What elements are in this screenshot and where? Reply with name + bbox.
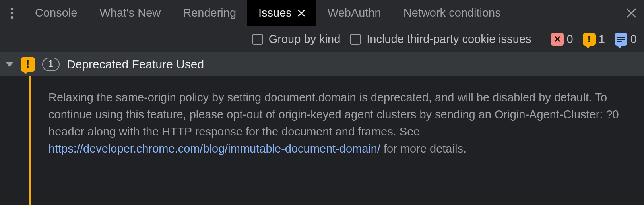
- tab-whats-new[interactable]: What's New: [88, 0, 172, 26]
- toolbar-divider: [541, 32, 541, 46]
- tab-label: Issues: [258, 6, 292, 19]
- info-icon: [615, 33, 627, 46]
- tab-console[interactable]: Console: [24, 0, 88, 26]
- close-icon: [626, 8, 636, 18]
- tab-label: Network conditions: [403, 6, 501, 19]
- info-count[interactable]: 0: [615, 33, 637, 46]
- include-third-party-checkbox[interactable]: Include third-party cookie issues: [350, 33, 531, 46]
- checkbox-icon: [252, 34, 263, 45]
- warning-count[interactable]: ! 1: [583, 33, 605, 46]
- badge-value: 1: [48, 59, 54, 70]
- group-by-kind-checkbox[interactable]: Group by kind: [252, 33, 341, 46]
- tab-label: What's New: [99, 6, 161, 19]
- svg-point-2: [11, 16, 13, 18]
- tab-network-conditions[interactable]: Network conditions: [392, 0, 512, 26]
- svg-point-1: [11, 12, 13, 14]
- more-tabs-button[interactable]: [0, 7, 24, 19]
- tab-issues[interactable]: Issues: [247, 0, 316, 26]
- count-value: 0: [630, 33, 637, 46]
- issue-message-text: Relaxing the same-origin policy by setti…: [48, 91, 619, 138]
- issues-toolbar: Group by kind Include third-party cookie…: [0, 26, 644, 52]
- issue-body: Relaxing the same-origin policy by setti…: [0, 76, 644, 205]
- issue-message-text: for more details.: [380, 142, 466, 155]
- close-icon: [297, 9, 305, 17]
- close-drawer-button[interactable]: [619, 0, 644, 26]
- issue-title: Deprecated Feature Used: [67, 58, 204, 71]
- svg-point-0: [11, 7, 13, 10]
- severity-stripe: [29, 76, 31, 205]
- issue-row-header[interactable]: ! 1 Deprecated Feature Used: [0, 52, 644, 76]
- issue-learn-more-link[interactable]: https://developer.chrome.com/blog/immuta…: [48, 142, 380, 155]
- tab-close-button[interactable]: [297, 9, 305, 17]
- expand-toggle-icon[interactable]: [6, 62, 14, 67]
- drawer-tab-bar: Console What's New Rendering Issues WebA…: [0, 0, 644, 26]
- count-value: 0: [567, 33, 573, 46]
- checkbox-label: Include third-party cookie issues: [367, 33, 531, 46]
- tab-label: Rendering: [183, 6, 236, 19]
- kebab-icon: [10, 7, 14, 19]
- error-count[interactable]: ✕ 0: [551, 33, 573, 46]
- tab-label: Console: [35, 6, 77, 19]
- issue-message: Relaxing the same-origin policy by setti…: [31, 76, 644, 205]
- warning-icon: !: [583, 33, 596, 46]
- tab-webauthn[interactable]: WebAuthn: [316, 0, 392, 26]
- checkbox-icon: [350, 34, 361, 45]
- tab-rendering[interactable]: Rendering: [172, 0, 247, 26]
- issue-gutter: [0, 76, 31, 205]
- error-icon: ✕: [551, 33, 564, 46]
- issue-count-badge: 1: [42, 58, 60, 71]
- count-value: 1: [599, 33, 605, 46]
- tab-label: WebAuthn: [328, 6, 381, 19]
- checkbox-label: Group by kind: [269, 33, 341, 46]
- warning-icon: !: [21, 57, 35, 72]
